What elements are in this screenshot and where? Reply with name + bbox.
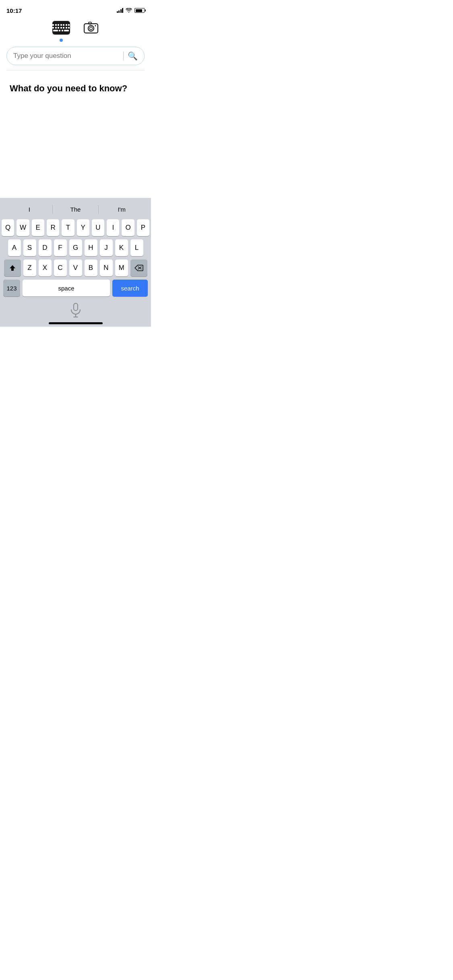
main-content: What do you need to know? [0,70,151,198]
svg-rect-0 [84,24,98,33]
search-input[interactable] [13,52,119,60]
key-s[interactable]: S [23,239,36,256]
status-bar: 10:17 [0,0,151,18]
key-a[interactable]: A [8,239,21,256]
key-d[interactable]: D [39,239,52,256]
search-bar[interactable]: 🔍 [6,47,145,65]
key-i[interactable]: I [107,219,119,236]
key-rows: Q W E R T Y U I O P A S D F G H J K [2,218,149,280]
key-w[interactable]: W [17,219,29,236]
key-u[interactable]: U [92,219,104,236]
space-key[interactable]: space [23,280,110,296]
numbers-key[interactable]: 123 [3,280,20,296]
autocomplete-suggestion-3[interactable]: I'm [99,204,145,214]
svg-rect-3 [89,22,91,24]
key-b[interactable]: B [85,259,97,276]
key-q[interactable]: Q [2,219,14,236]
svg-point-2 [89,27,92,30]
key-row-2: A S D F G H J K L [2,239,149,256]
search-submit-icon[interactable]: 🔍 [128,51,138,61]
search-bar-divider [123,51,124,60]
key-e[interactable]: E [32,219,44,236]
svg-rect-7 [74,303,78,311]
svg-point-4 [95,25,96,27]
key-k[interactable]: K [115,239,128,256]
status-time: 10:17 [6,7,22,14]
key-r[interactable]: R [47,219,59,236]
status-icons [117,8,145,13]
key-c[interactable]: C [54,259,67,276]
search-key[interactable]: search [112,280,148,296]
battery-icon [134,8,145,13]
key-z[interactable]: Z [23,259,36,276]
key-h[interactable]: H [85,239,97,256]
key-n[interactable]: N [100,259,113,276]
key-o[interactable]: O [122,219,134,236]
svg-point-1 [88,26,94,31]
keyboard: I The I'm Q W E R T Y U I O P A [0,198,151,327]
active-mode-indicator [60,39,63,42]
key-y[interactable]: Y [77,219,89,236]
key-x[interactable]: X [39,259,52,276]
key-row-1: Q W E R T Y U I O P [2,219,149,236]
key-v[interactable]: V [69,259,82,276]
key-l[interactable]: L [130,239,143,256]
autocomplete-suggestion-2[interactable]: The [53,204,99,214]
main-heading: What do you need to know? [10,83,141,94]
microphone-row [2,300,149,319]
key-t[interactable]: T [62,219,74,236]
key-g[interactable]: G [69,239,82,256]
signal-icon [117,8,124,13]
wifi-icon [126,8,132,13]
search-bar-container: 🔍 [0,43,151,70]
delete-key[interactable] [130,259,147,276]
autocomplete-row: I The I'm [2,201,149,218]
header-area [0,18,151,43]
autocomplete-suggestion-1[interactable]: I [6,204,52,214]
shift-key[interactable] [4,259,21,276]
keyboard-bottom-row: 123 space search [2,280,149,300]
header-icons [52,21,99,35]
key-row-3: Z X C V B N M [2,259,149,276]
camera-mode-button[interactable] [83,21,99,35]
key-p[interactable]: P [137,219,149,236]
key-f[interactable]: F [54,239,67,256]
key-m[interactable]: M [115,259,128,276]
microphone-icon[interactable] [70,303,81,317]
home-indicator-bar [2,319,149,327]
key-j[interactable]: J [100,239,113,256]
home-indicator [49,322,103,324]
keyboard-mode-icon[interactable] [52,21,70,35]
